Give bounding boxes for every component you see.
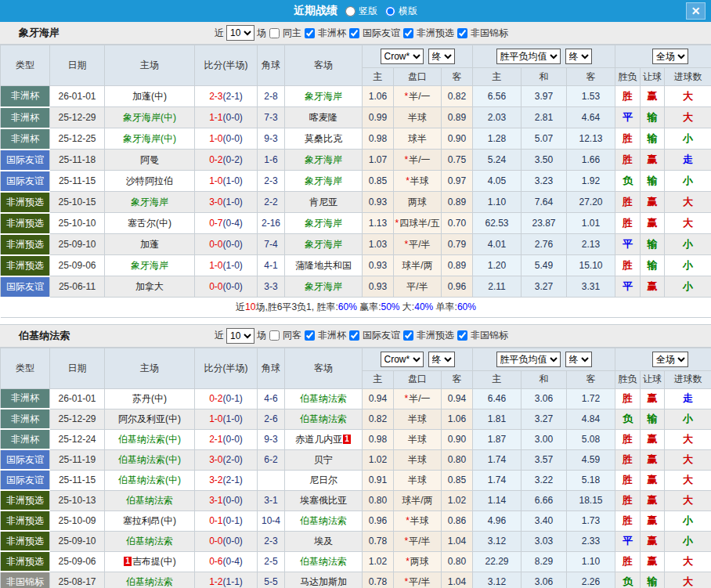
league-checkbox-friendly[interactable]: [349, 330, 359, 341]
date-cell: 25-12-24: [50, 429, 105, 449]
fulltime-score: 0-7: [209, 218, 222, 229]
scope-select[interactable]: 全场: [652, 352, 688, 367]
avg-time-select[interactable]: 终: [565, 352, 592, 367]
league-checkbox-qualifier[interactable]: [403, 28, 413, 38]
away-odds-cell: 0.96: [442, 276, 473, 298]
goals-result-cell: 大: [665, 107, 711, 128]
home-team-cell: 伯基纳法索(中): [105, 429, 195, 449]
league-label[interactable]: 非国锦标: [471, 27, 508, 40]
league-checkbox-qualifier[interactable]: [403, 330, 413, 341]
handicap-line: 半球: [410, 175, 429, 186]
halftime-score: (1-0): [223, 260, 243, 271]
avg-home-odds-cell: 62.53: [473, 213, 522, 234]
team-title: 伯基纳法索: [19, 329, 215, 343]
avg-away-odds-cell: 1.10: [567, 551, 615, 572]
home-odds-cell: 0.93: [363, 192, 394, 213]
close-button[interactable]: ✕: [686, 2, 706, 20]
avg-away-odds-cell: 4.64: [567, 107, 615, 128]
match-count-select[interactable]: 10: [226, 25, 254, 41]
col-corners: 角球: [258, 348, 285, 388]
handicap-line: 半/一: [409, 91, 430, 102]
wdl-result-cell: 胜: [615, 510, 641, 531]
away-odds-cell: 0.94: [442, 388, 473, 409]
avg-home-odds-cell: 1.74: [473, 470, 522, 490]
same-home-label[interactable]: 同主: [283, 27, 301, 40]
league-checkbox-africa-cup[interactable]: [305, 28, 315, 38]
scope-select[interactable]: 全场: [652, 49, 688, 64]
odds-time-select[interactable]: 终: [428, 352, 455, 367]
date-cell: 26-01-01: [50, 86, 105, 107]
date-cell: 26-01-01: [50, 388, 105, 409]
home-team-cell: 加拿大: [105, 276, 195, 298]
same-away-checkbox[interactable]: [269, 330, 280, 341]
odds-source-select[interactable]: Crow*: [381, 49, 424, 64]
league-label[interactable]: 非洲杯: [318, 329, 346, 342]
league-label[interactable]: 非洲杯: [318, 27, 346, 40]
handicap-result-cell: 赢: [641, 192, 665, 213]
odds-source-select[interactable]: Crow*: [381, 352, 424, 367]
league-type-cell: 非洲杯: [1, 86, 50, 107]
league-checkbox-friendly[interactable]: [349, 28, 359, 38]
avg-away-odds-cell: 12.13: [567, 128, 615, 150]
avg-time-select[interactable]: 终: [565, 49, 592, 64]
league-type-cell: 国际友谊: [1, 449, 50, 470]
avg-home-odds-cell: 1.87: [473, 429, 522, 449]
vertical-layout-radio[interactable]: [345, 6, 356, 16]
match-count-select[interactable]: 10: [226, 328, 254, 344]
score-cell: 3-0(1-0): [195, 192, 258, 213]
away-team-cell: 贝宁: [285, 449, 363, 470]
league-type-cell: 非洲杯: [1, 388, 50, 409]
match-row: 非洲杯 25-12-29 象牙海岸(中) 1-1(0-0) 7-3 喀麦隆 0.…: [1, 107, 711, 128]
away-team-cell: 伯基纳法索: [285, 551, 363, 572]
same-home-checkbox[interactable]: [269, 28, 280, 38]
league-label[interactable]: 非洲预选: [417, 329, 454, 342]
same-away-label[interactable]: 同客: [283, 329, 301, 342]
halftime-score: (0-0): [223, 281, 243, 292]
league-type-cell: 非洲预选: [1, 531, 50, 551]
wdl-result-cell: 负: [615, 409, 641, 429]
league-checkbox-chan[interactable]: [457, 28, 467, 38]
score-cell: 1-0(1-0): [195, 409, 258, 429]
col-score: 比分(半场): [195, 45, 258, 86]
handicap-cell: 半球: [394, 429, 442, 449]
league-type-cell: 国际友谊: [1, 171, 50, 192]
league-label[interactable]: 国际友谊: [363, 27, 400, 40]
home-team-cell: 加蓬(中): [105, 86, 195, 107]
away-odds-cell: 0.85: [442, 470, 473, 490]
handicap-cell: *半/一: [394, 388, 442, 409]
fulltime-score: 1-2: [209, 576, 222, 587]
horizontal-layout-label[interactable]: 横版: [399, 5, 417, 18]
date-cell: 25-12-25: [50, 128, 105, 150]
handicap-line: 四球半/五: [399, 218, 439, 229]
wdl-result-cell: 平: [615, 531, 641, 551]
league-label[interactable]: 非国锦标: [471, 329, 508, 342]
wdl-result-cell: 平: [615, 107, 641, 128]
away-team-name: 伯基纳法索: [300, 556, 347, 567]
title-bar: 近期战绩 竖版 横版 ✕: [0, 0, 711, 22]
wdl-result-cell: 胜: [615, 128, 641, 150]
vertical-layout-label[interactable]: 竖版: [359, 5, 377, 18]
handicap-cell: 半球: [394, 470, 442, 490]
away-team-name: 象牙海岸: [305, 175, 342, 186]
home-team-cell: 苏丹(中): [105, 388, 195, 409]
handicap-result-cell: 赢: [641, 449, 665, 470]
league-checkbox-chan[interactable]: [457, 330, 467, 341]
away-team-cell: 象牙海岸: [285, 234, 363, 255]
away-team-cell: 莫桑比克: [285, 128, 363, 150]
goals-result-cell: 大: [665, 192, 711, 213]
league-label[interactable]: 国际友谊: [363, 329, 400, 342]
col-handicap: 盘口: [394, 370, 442, 388]
wdl-result-cell: 胜: [615, 429, 641, 449]
goals-result-cell: 小: [665, 531, 711, 551]
horizontal-layout-radio[interactable]: [385, 6, 395, 16]
away-odds-cell: 0.90: [442, 128, 473, 150]
fulltime-score: 0-1: [209, 515, 222, 526]
avg-odds-select[interactable]: 胜平负均值: [496, 352, 561, 367]
avg-odds-select[interactable]: 胜平负均值: [496, 49, 561, 64]
avg-draw-odds-cell: 3.00: [522, 429, 567, 449]
odds-time-select[interactable]: 终: [428, 49, 455, 64]
home-odds-cell: 1.07: [363, 150, 394, 171]
avg-away-odds-cell: 1.92: [567, 171, 615, 192]
league-checkbox-africa-cup[interactable]: [305, 330, 315, 341]
league-label[interactable]: 非洲预选: [417, 27, 454, 40]
